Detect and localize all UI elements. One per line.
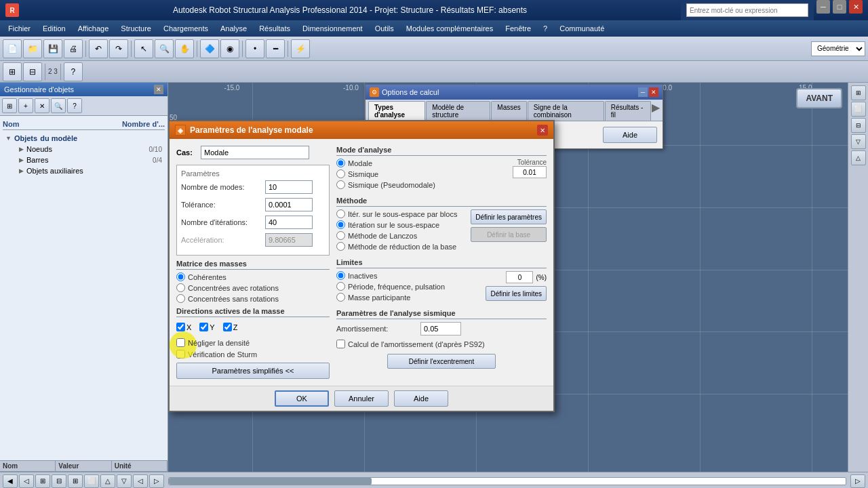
tolerance-input[interactable]	[265, 198, 313, 211]
cas-input[interactable]	[201, 146, 309, 159]
limites-masse-radio[interactable]	[336, 293, 345, 302]
negliger-checkbox[interactable]	[176, 338, 185, 347]
toolbar2-grid[interactable]: ⊟	[23, 62, 42, 81]
toolbar-node[interactable]: •	[245, 39, 264, 58]
definir-base-button[interactable]: Définir la base	[471, 227, 547, 242]
modal-close-button[interactable]: ✕	[537, 125, 548, 136]
methode-iter-ss-radio[interactable]	[336, 220, 345, 229]
maximize-button[interactable]: □	[833, 0, 846, 14]
toolbar2-snap[interactable]: ⊞	[3, 62, 22, 81]
tree-item-barres[interactable]: ▶ Barres 0/4	[16, 155, 165, 165]
rsb-btn5[interactable]: △	[851, 150, 866, 165]
panel-icon-search[interactable]: 🔍	[51, 98, 66, 113]
options-tab-modele[interactable]: Modèle de structure	[426, 101, 490, 121]
tolerance-right-input[interactable]	[513, 166, 547, 178]
menu-affichage[interactable]: Affichage	[73, 23, 115, 34]
definir-excentrement-button[interactable]: Définir l'excentrement	[387, 354, 496, 369]
menu-edition[interactable]: Edition	[37, 23, 71, 34]
panel-close[interactable]: ✕	[154, 85, 163, 94]
options-tab-signe[interactable]: Signe de la combinaison	[528, 101, 604, 121]
menu-modules[interactable]: Modules complémentaires	[401, 23, 498, 34]
matrice-coherentes-radio[interactable]	[176, 272, 185, 281]
limites-inactives-radio[interactable]	[336, 271, 345, 280]
definir-params-button[interactable]: Définir les paramètres	[471, 209, 547, 224]
toolbar-calc[interactable]: ⚡	[291, 39, 310, 58]
dir-y-checkbox[interactable]	[199, 323, 208, 331]
panel-icon-add[interactable]: +	[18, 98, 33, 113]
panel-icon-help[interactable]: ?	[67, 98, 82, 113]
toolbar-render[interactable]: ◉	[220, 39, 239, 58]
toolbar-view3d[interactable]: 🔷	[200, 39, 219, 58]
options-minimize[interactable]: ─	[638, 87, 648, 97]
matrice-conc-rot-radio[interactable]	[176, 283, 185, 292]
menu-structure[interactable]: Structure	[115, 23, 157, 34]
menu-fichier[interactable]: Fichier	[3, 23, 36, 34]
minimize-button[interactable]: ─	[816, 0, 830, 14]
rsb-btn2[interactable]: ⬜	[851, 102, 866, 117]
menu-fenetre[interactable]: Fenêtre	[500, 23, 536, 34]
bottom-btn4[interactable]: ⊟	[52, 474, 66, 488]
tree-item-noeuds[interactable]: ▶ Noeuds 0/10	[16, 144, 165, 155]
close-button[interactable]: ✕	[849, 0, 863, 14]
options-close[interactable]: ✕	[649, 87, 658, 97]
rsb-btn4[interactable]: ▽	[851, 134, 866, 149]
toolbar-bar[interactable]: ━	[266, 39, 285, 58]
dir-x-checkbox[interactable]	[176, 323, 185, 331]
toolbar-undo[interactable]: ↶	[89, 39, 108, 58]
panel-icon-del[interactable]: ✕	[35, 98, 50, 113]
panel-icon-obj[interactable]: ⊞	[2, 98, 17, 113]
menu-dimensionnement[interactable]: Dimensionnement	[297, 23, 368, 34]
options-tab-arrow[interactable]: ▶	[652, 101, 660, 121]
toolbar-select[interactable]: ↖	[134, 39, 153, 58]
calcul-amort-checkbox[interactable]	[336, 340, 345, 348]
definir-limites-button[interactable]: Définir les limites	[486, 286, 547, 301]
limites-periode-radio[interactable]	[336, 282, 345, 291]
amortissement-input[interactable]	[420, 322, 461, 336]
ok-button[interactable]: OK	[275, 390, 329, 407]
bottom-btn-right[interactable]: ▷	[850, 474, 865, 488]
avant-button[interactable]: AVANT	[796, 88, 842, 108]
tree-item-root[interactable]: ▼ Objets du modèle	[3, 133, 165, 144]
matrice-conc-sans-radio[interactable]	[176, 294, 185, 303]
toolbar2-help[interactable]: ?	[64, 62, 83, 81]
bottom-btn1[interactable]: ◀	[3, 474, 18, 488]
bottom-btn3[interactable]: ⊞	[35, 474, 50, 488]
menu-communaute[interactable]: Communauté	[554, 23, 610, 34]
methode-iter-blocs-radio[interactable]	[336, 209, 345, 218]
rsb-btn1[interactable]: ⊞	[851, 85, 866, 100]
bottom-btn7[interactable]: △	[100, 474, 115, 488]
menu-analyse[interactable]: Analyse	[215, 23, 252, 34]
menu-help[interactable]: ?	[538, 23, 553, 34]
bottom-btn9[interactable]: ◁	[133, 474, 148, 488]
options-tab-resultats[interactable]: Résultats - fil	[605, 101, 651, 121]
dir-z-checkbox[interactable]	[223, 323, 232, 331]
toolbar-zoom[interactable]: 🔍	[155, 39, 174, 58]
tree-item-auxiliaires[interactable]: ▶ Objets auxiliaires	[16, 165, 165, 176]
options-aide-btn[interactable]: Aide	[603, 127, 657, 143]
bottom-btn6[interactable]: ⬜	[84, 474, 99, 488]
geometry-combo[interactable]: Géométrie	[811, 41, 865, 56]
search-input[interactable]	[686, 3, 808, 17]
mode-pseudo-radio[interactable]	[336, 180, 345, 189]
menu-resultats[interactable]: Résultats	[254, 23, 296, 34]
menu-chargements[interactable]: Chargements	[158, 23, 214, 34]
toolbar-redo[interactable]: ↷	[109, 39, 128, 58]
methode-lanczos-radio[interactable]	[336, 231, 345, 240]
toolbar-save[interactable]: 💾	[43, 39, 62, 58]
options-tab-types[interactable]: Types d'analyse	[368, 101, 425, 121]
mode-sismique-radio[interactable]	[336, 169, 345, 178]
rsb-btn3[interactable]: ⊟	[851, 118, 866, 133]
toolbar-new[interactable]: 📄	[3, 39, 22, 58]
params-simplifies-button[interactable]: Paramètres simplifiés <<	[176, 363, 330, 379]
mode-modale-radio[interactable]	[336, 159, 345, 167]
annuler-button[interactable]: Annuler	[334, 390, 389, 407]
menu-outils[interactable]: Outils	[370, 23, 399, 34]
scrollbar-h[interactable]	[168, 477, 846, 485]
bottom-btn2[interactable]: ◁	[19, 474, 34, 488]
nombre-modes-input[interactable]	[265, 180, 313, 194]
bottom-btn8[interactable]: ▽	[117, 474, 132, 488]
limites-value-input[interactable]	[506, 271, 533, 283]
iterations-input[interactable]	[265, 216, 313, 229]
options-tab-masses[interactable]: Masses	[491, 101, 526, 121]
aide-button[interactable]: Aide	[394, 390, 448, 407]
